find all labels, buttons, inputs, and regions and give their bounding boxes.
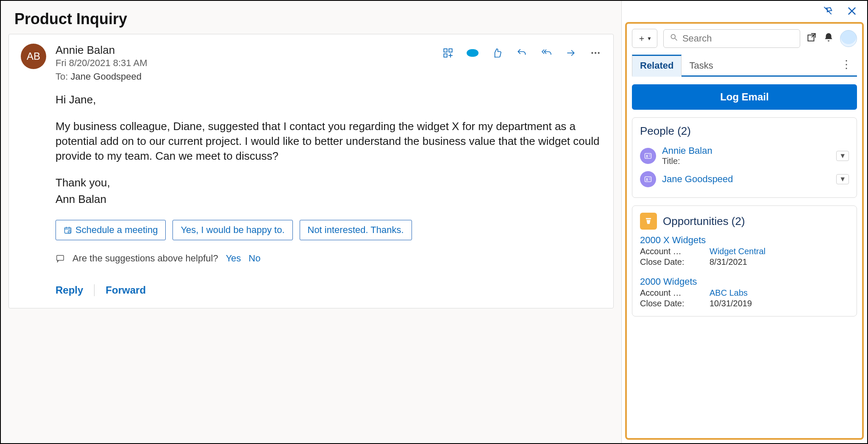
reply-icon[interactable] — [516, 47, 528, 59]
salesforce-panel: ＋ ▼ Related Tasks — [625, 22, 864, 440]
reply-all-icon[interactable] — [540, 47, 552, 59]
suggestion-label: Not interested. Thanks. — [308, 225, 404, 236]
feedback-prompt: Are the suggestions above helpful? — [72, 253, 218, 264]
body-greeting: Hi Jane, — [56, 92, 601, 107]
email-timestamp: Fri 8/20/2021 8:31 AM — [56, 58, 442, 69]
reply-button[interactable]: Reply — [56, 284, 83, 296]
suggested-replies: Schedule a meeting Yes, I would be happy… — [56, 220, 601, 240]
reply-forward-row: Reply Forward — [56, 284, 601, 296]
body-signature: Ann Balan — [56, 192, 601, 207]
sender-name: Annie Balan — [56, 44, 442, 57]
body-thanks: Thank you, — [56, 175, 601, 190]
opportunity-name[interactable]: 2000 Widgets — [640, 276, 849, 287]
account-label: Account … — [640, 288, 699, 298]
svg-point-7 — [598, 52, 599, 54]
svg-point-22 — [646, 155, 648, 156]
search-input[interactable] — [682, 33, 794, 44]
email-actions — [442, 47, 601, 59]
suggestion-label: Yes, I would be happy to. — [181, 225, 284, 236]
salesforce-icon[interactable] — [467, 47, 479, 59]
person-name[interactable]: Jane Goodspeed — [662, 174, 830, 185]
contact-icon — [640, 148, 656, 164]
divider — [94, 284, 95, 296]
avatar-icon[interactable] — [840, 30, 857, 47]
chevron-down-icon[interactable]: ▼ — [836, 151, 849, 161]
person-name[interactable]: Annie Balan — [662, 145, 830, 156]
apps-icon[interactable] — [442, 47, 454, 59]
like-icon[interactable] — [491, 47, 503, 59]
svg-line-14 — [70, 232, 70, 232]
svg-point-5 — [591, 52, 593, 54]
to-recipient: Jane Goodspeed — [70, 71, 142, 82]
svg-rect-15 — [57, 255, 64, 260]
suggestion-label: Schedule a meeting — [75, 225, 158, 236]
forward-button[interactable]: Forward — [106, 284, 146, 296]
svg-rect-0 — [444, 49, 447, 52]
close-date-value: 10/31/2019 — [709, 299, 752, 308]
svg-point-6 — [595, 52, 596, 54]
suggestion-not-interested[interactable]: Not interested. Thanks. — [300, 220, 412, 240]
contact-icon — [640, 171, 656, 187]
chevron-down-icon[interactable]: ▼ — [836, 174, 849, 184]
opportunity-name[interactable]: 2000 X Widgets — [640, 235, 849, 246]
new-button[interactable]: ＋ ▼ — [632, 29, 657, 48]
suggestion-schedule-meeting[interactable]: Schedule a meeting — [56, 220, 166, 240]
chevron-down-icon: ▼ — [647, 36, 652, 42]
feedback-row: Are the suggestions above helpful? Yes N… — [56, 253, 601, 264]
bell-icon[interactable] — [823, 32, 834, 45]
to-label: To: — [56, 71, 68, 82]
close-date-label: Close Date: — [640, 257, 699, 267]
popout-icon[interactable] — [806, 32, 817, 45]
person-row[interactable]: Jane Goodspeed ▼ — [640, 169, 849, 190]
calendar-icon — [64, 226, 72, 234]
close-date-label: Close Date: — [640, 299, 699, 308]
person-subtitle: Title: — [662, 156, 830, 166]
svg-rect-1 — [449, 49, 452, 52]
svg-point-26 — [646, 178, 648, 180]
svg-rect-25 — [645, 177, 651, 182]
suggestion-yes-happy[interactable]: Yes, I would be happy to. — [172, 220, 292, 240]
people-card: People (2) Annie Balan Title: ▼ — [632, 117, 857, 198]
account-link[interactable]: Widget Central — [709, 247, 765, 256]
opportunities-card: Opportunities (2) 2000 X Widgets Account… — [632, 205, 857, 316]
email-body: Hi Jane, My business colleague, Diane, s… — [56, 92, 601, 207]
account-label: Account … — [640, 247, 699, 256]
tab-overflow-icon[interactable]: ⋮ — [836, 58, 857, 75]
opportunity-item: 2000 X Widgets Account … Widget Central … — [640, 235, 849, 267]
side-panel: ＋ ▼ Related Tasks — [621, 1, 867, 443]
tab-related[interactable]: Related — [632, 55, 682, 77]
feedback-icon — [56, 254, 65, 263]
forward-icon[interactable] — [565, 47, 577, 59]
opportunities-header: Opportunities (2) — [663, 215, 745, 228]
feedback-yes[interactable]: Yes — [226, 253, 241, 264]
search-icon — [670, 33, 678, 44]
email-card: AB Annie Balan Fri 8/20/2021 8:31 AM To:… — [8, 34, 614, 308]
plus-icon: ＋ — [637, 33, 646, 44]
body-paragraph: My business colleague, Diane, suggested … — [56, 119, 601, 164]
email-subject: Product Inquiry — [8, 10, 614, 28]
close-icon[interactable] — [846, 5, 858, 19]
to-line: To: Jane Goodspeed — [56, 71, 442, 82]
close-date-value: 8/31/2021 — [709, 257, 747, 267]
log-email-button[interactable]: Log Email — [632, 84, 857, 110]
svg-line-19 — [675, 39, 677, 41]
search-field[interactable] — [663, 29, 800, 48]
sender-avatar: AB — [21, 44, 46, 69]
pin-icon[interactable] — [822, 5, 833, 19]
opportunity-icon — [640, 213, 657, 230]
more-icon[interactable] — [590, 47, 601, 59]
svg-rect-2 — [444, 54, 447, 57]
account-link[interactable]: ABC Labs — [709, 288, 748, 298]
opportunity-item: 2000 Widgets Account … ABC Labs Close Da… — [640, 276, 849, 308]
svg-rect-21 — [645, 153, 651, 158]
feedback-no[interactable]: No — [249, 253, 261, 264]
person-row[interactable]: Annie Balan Title: ▼ — [640, 143, 849, 169]
svg-point-18 — [671, 34, 675, 39]
panel-tabs: Related Tasks ⋮ — [632, 55, 857, 77]
tab-tasks[interactable]: Tasks — [682, 56, 721, 75]
people-header: People (2) — [640, 125, 849, 138]
